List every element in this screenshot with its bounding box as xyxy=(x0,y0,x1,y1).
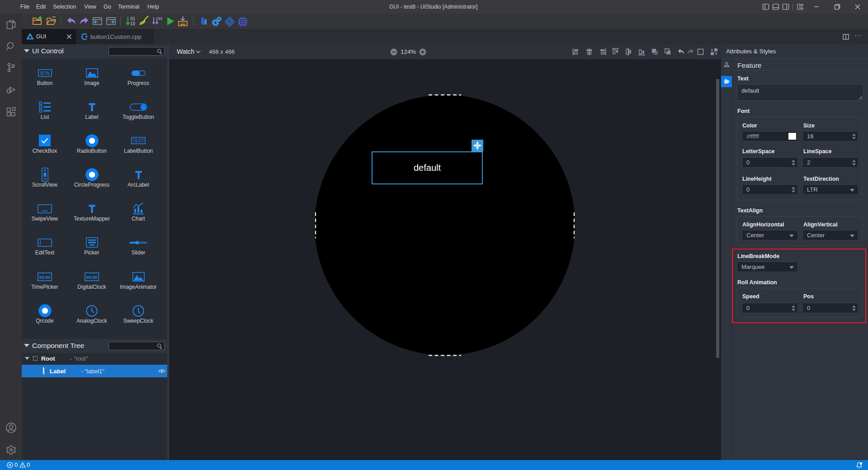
svg-text:91: 91 xyxy=(158,16,162,21)
svg-text:10: 10 xyxy=(130,21,136,26)
svg-text:BTN: BTN xyxy=(40,71,49,76)
svg-text:01: 01 xyxy=(130,16,136,21)
svg-text:TEXT: TEXT xyxy=(132,138,144,143)
